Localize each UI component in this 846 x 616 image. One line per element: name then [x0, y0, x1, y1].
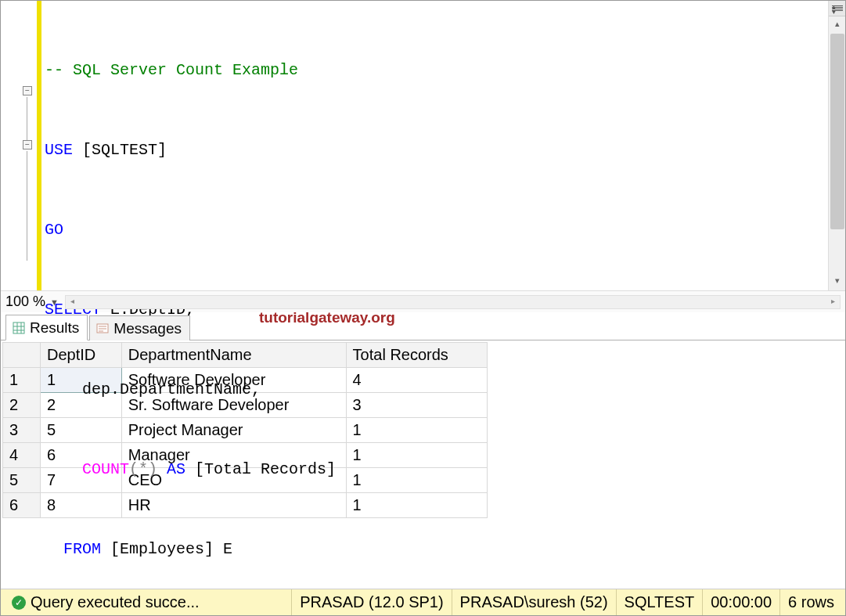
sql-editor[interactable]: − − -- SQL Server Count Example USE [SQL… — [1, 1, 845, 290]
success-icon: ✓ — [12, 596, 26, 610]
kw-as: AS — [157, 460, 185, 478]
row-number[interactable]: 6 — [3, 493, 41, 518]
scroll-right-icon[interactable]: ▸ — [826, 296, 840, 308]
kw-from: FROM — [45, 540, 101, 558]
kw-use: USE — [45, 141, 73, 159]
code-text: [Employees] E — [101, 540, 232, 558]
row-number[interactable]: 1 — [3, 368, 41, 393]
tab-messages[interactable]: Messages — [89, 315, 190, 340]
status-db: SQLTEST — [616, 589, 703, 615]
status-time: 00:00:00 — [702, 589, 779, 615]
zoom-value: 100 % — [5, 294, 45, 310]
svg-rect-0 — [13, 322, 24, 333]
editor-gutter: − − — [1, 1, 37, 290]
status-server: PRASAD (12.0 SP1) — [291, 589, 451, 615]
vertical-scrollbar[interactable]: ▲ ▼ ▴ ▾ — [828, 1, 845, 290]
tab-label: Results — [30, 319, 79, 337]
watermark-text: tutorialgateway.org — [259, 309, 395, 326]
status-bar: ✓ Query executed succe... PRASAD (12.0 S… — [1, 589, 845, 615]
fn-count: COUNT — [45, 460, 129, 478]
kw-go: GO — [45, 221, 63, 239]
status-message-cell: ✓ Query executed succe... — [4, 589, 291, 615]
status-user: PRASAD\suresh (52) — [452, 589, 616, 615]
row-number[interactable]: 4 — [3, 443, 41, 468]
code-text: [SQLTEST] — [73, 141, 167, 159]
message-icon — [96, 322, 109, 335]
code-text: [Total Records] — [185, 460, 336, 478]
split-handle-icon[interactable]: ▲ ▼ — [829, 1, 846, 16]
status-message: Query executed succe... — [31, 593, 200, 611]
horizontal-scrollbar[interactable]: ◂ ▸ — [65, 295, 841, 309]
fold-toggle-icon[interactable]: − — [23, 140, 32, 149]
corner-cell[interactable] — [3, 343, 41, 368]
code-text: dep.DepartmentName, — [45, 380, 261, 398]
grid-icon — [13, 322, 25, 334]
star: * — [139, 460, 148, 478]
row-number[interactable]: 5 — [3, 468, 41, 493]
code-comment: -- SQL Server Count Example — [45, 61, 298, 79]
scroll-left-icon[interactable]: ◂ — [66, 296, 80, 308]
tab-results[interactable]: Results — [5, 315, 88, 340]
scroll-down-icon[interactable]: ▾ — [829, 273, 846, 289]
scroll-thumb[interactable] — [830, 34, 844, 229]
status-rows: 6 rows — [779, 589, 842, 615]
paren: ) — [148, 460, 157, 478]
code-area[interactable]: -- SQL Server Count Example USE [SQLTEST… — [37, 1, 828, 290]
fold-toggle-icon[interactable]: − — [23, 86, 32, 95]
row-number[interactable]: 3 — [3, 418, 41, 443]
scroll-up-icon[interactable]: ▴ — [829, 16, 846, 32]
row-number[interactable]: 2 — [3, 393, 41, 418]
tab-label: Messages — [113, 320, 182, 337]
paren: ( — [129, 460, 139, 478]
